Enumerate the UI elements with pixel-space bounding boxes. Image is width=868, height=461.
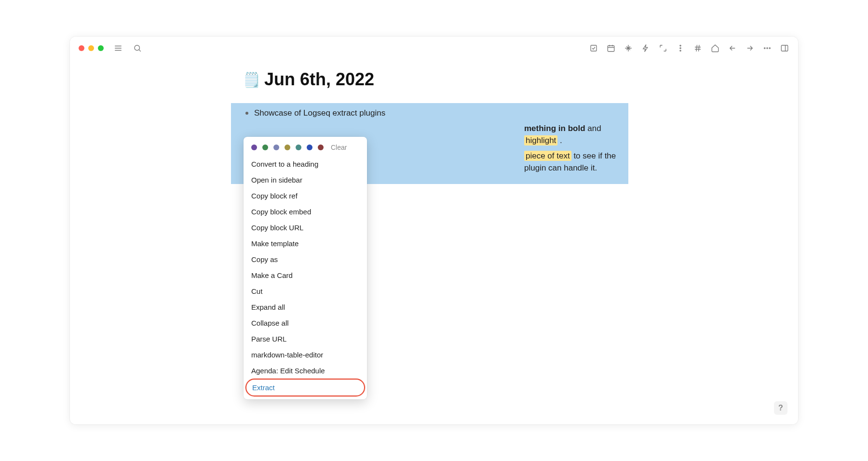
more-vertical-icon[interactable] (676, 43, 685, 53)
toolbar-right (589, 43, 789, 53)
color-option-5[interactable] (296, 145, 301, 150)
menu-icon[interactable] (113, 43, 123, 53)
menu-item-copy-block-embed[interactable]: Copy block embed (244, 204, 367, 220)
svg-point-17 (764, 48, 765, 49)
plugin-icon[interactable] (624, 43, 633, 53)
color-option-7[interactable] (318, 145, 324, 150)
menu-item-make-card[interactable]: Make a Card (244, 267, 367, 283)
hash-icon[interactable] (693, 43, 703, 53)
svg-rect-20 (781, 45, 788, 51)
block-text: Showcase of Logseq extract plugins (254, 107, 385, 119)
page-title: 🗒️ Jun 6th, 2022 (243, 69, 798, 90)
svg-point-18 (767, 48, 768, 49)
search-icon[interactable] (133, 43, 142, 53)
home-icon[interactable] (710, 43, 720, 53)
page-title-text: Jun 6th, 2022 (264, 69, 374, 90)
app-window: 🗒️ Jun 6th, 2022 Showcase of Logseq extr… (70, 37, 798, 424)
svg-line-4 (139, 50, 140, 51)
svg-point-11 (680, 48, 681, 49)
color-option-4[interactable] (285, 145, 290, 150)
block-main[interactable]: Showcase of Logseq extract plugins (231, 107, 628, 119)
flash-icon[interactable] (641, 43, 651, 53)
titlebar (70, 37, 798, 60)
menu-item-copy-as[interactable]: Copy as (244, 251, 367, 267)
menu-item-cut[interactable]: Cut (244, 283, 367, 299)
window-controls (79, 45, 104, 51)
calendar-icon[interactable] (606, 43, 616, 53)
more-horizontal-icon[interactable] (762, 43, 772, 53)
menu-item-agenda-edit[interactable]: Agenda: Edit Schedule (244, 363, 367, 379)
svg-line-15 (696, 45, 697, 52)
sidebar-toggle-icon[interactable] (780, 43, 789, 53)
maximize-window-button[interactable] (98, 45, 104, 51)
highlight-text-2: piece of text (524, 151, 571, 161)
svg-rect-6 (608, 46, 614, 52)
forward-icon[interactable] (745, 43, 755, 53)
expand-icon[interactable] (658, 43, 668, 53)
minimize-window-button[interactable] (88, 45, 94, 51)
svg-line-16 (699, 45, 700, 52)
svg-point-10 (680, 45, 681, 46)
highlight-text: highlight (524, 135, 557, 145)
color-option-1[interactable] (251, 145, 257, 150)
menu-item-expand-all[interactable]: Expand all (244, 299, 367, 315)
svg-rect-5 (591, 45, 597, 51)
menu-item-markdown-table-editor[interactable]: markdown-table-editor (244, 347, 367, 363)
close-window-button[interactable] (79, 45, 84, 51)
color-option-3[interactable] (273, 145, 279, 150)
menu-item-collapse-all[interactable]: Collapse all (244, 315, 367, 331)
menu-item-extract[interactable]: Extract (245, 379, 365, 396)
context-menu: Clear Convert to a heading Open in sideb… (244, 137, 367, 399)
svg-point-19 (769, 48, 770, 49)
menu-item-convert-heading[interactable]: Convert to a heading (244, 156, 367, 172)
page-content: 🗒️ Jun 6th, 2022 Showcase of Logseq extr… (70, 60, 798, 184)
color-option-6[interactable] (307, 145, 312, 150)
svg-point-12 (680, 50, 681, 51)
back-icon[interactable] (728, 43, 737, 53)
svg-point-3 (135, 45, 140, 51)
bullet-icon[interactable] (245, 112, 248, 115)
menu-item-open-sidebar[interactable]: Open in sidebar (244, 172, 367, 188)
menu-item-copy-block-url[interactable]: Copy block URL (244, 220, 367, 236)
menu-item-make-template[interactable]: Make template (244, 236, 367, 251)
help-button[interactable]: ? (774, 401, 787, 415)
menu-item-copy-block-ref[interactable]: Copy block ref (244, 188, 367, 204)
page-emoji: 🗒️ (243, 71, 260, 88)
color-option-2[interactable] (262, 145, 268, 150)
menu-item-parse-url[interactable]: Parse URL (244, 331, 367, 347)
color-picker-row: Clear (244, 142, 367, 156)
clear-color-button[interactable]: Clear (331, 144, 347, 151)
bold-text: mething in bold (524, 124, 585, 133)
todo-icon[interactable] (589, 43, 598, 53)
